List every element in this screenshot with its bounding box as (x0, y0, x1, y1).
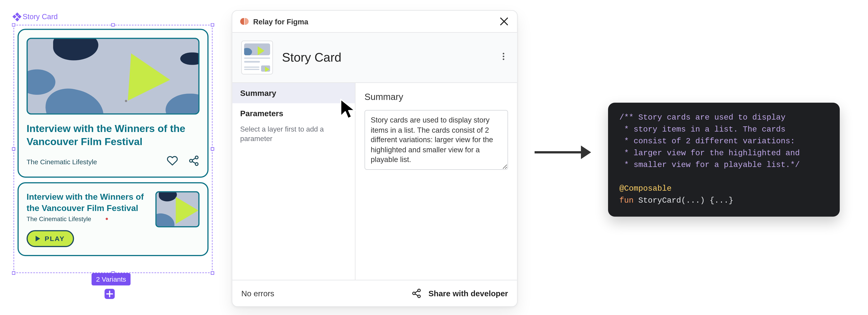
arrow-icon (535, 145, 591, 159)
svg-line-4 (192, 158, 195, 160)
svg-line-11 (415, 294, 418, 296)
selection-handle[interactable] (211, 272, 214, 275)
panel-component-title: Story Card (282, 50, 490, 65)
hero-image-large (27, 38, 199, 115)
selection-handle[interactable] (12, 23, 16, 27)
summary-textarea[interactable]: Story cards are used to display story it… (365, 110, 508, 170)
content-heading: Summary (365, 92, 508, 102)
story-card-subtitle: The Cinematic Lifestyle (27, 158, 97, 166)
play-button[interactable]: PLAY (27, 230, 74, 247)
hero-image-small (156, 191, 199, 228)
panel-header: Relay for Figma (232, 11, 517, 33)
close-icon[interactable] (499, 16, 509, 27)
indicator-dot (106, 218, 108, 220)
panel-footer: No errors Share with developer (232, 280, 517, 307)
panel-sidebar: Summary Parameters Select a layer first … (232, 83, 355, 280)
code-comment-line: /** Story cards are used to display (619, 113, 785, 122)
share-icon (411, 288, 422, 299)
code-comment-line: * larger view for the highlighted and (619, 148, 800, 158)
share-label: Share with developer (428, 289, 508, 298)
selection-handle[interactable] (112, 23, 115, 27)
story-card-large-variant[interactable]: Interview with the Winners of the Vancou… (18, 29, 209, 178)
variants-badge[interactable]: 2 Variants (92, 273, 131, 285)
tab-summary[interactable]: Summary (232, 83, 355, 103)
play-icon (36, 236, 40, 241)
code-comment-line: * story items in a list. The cards (619, 125, 785, 134)
status-text: No errors (241, 289, 274, 298)
story-card-title: Interview with the Winners of the Vancou… (27, 123, 199, 148)
share-with-developer-button[interactable]: Share with developer (411, 288, 508, 299)
code-comment-line: * consist of 2 different variations: (619, 137, 795, 145)
story-card-title: Interview with the Winners of the Vancou… (27, 191, 149, 213)
story-card-subtitle: The Cinematic Lifestyle (27, 215, 91, 222)
code-annotation: @Composable (619, 184, 672, 193)
svg-point-6 (503, 56, 504, 57)
svg-point-5 (503, 53, 504, 55)
component-label-text: Story Card (23, 12, 58, 21)
relay-panel: Relay for Figma Story Card (232, 10, 518, 307)
more-icon[interactable] (499, 52, 508, 63)
add-variant-button[interactable] (105, 289, 115, 299)
figma-component-label[interactable]: Story Card (13, 12, 58, 21)
panel-brand: Relay for Figma (240, 17, 308, 26)
play-button-label: PLAY (45, 235, 65, 243)
relay-logo-icon (240, 18, 249, 25)
svg-line-12 (415, 291, 418, 293)
play-icon (176, 197, 198, 224)
like-icon[interactable] (167, 155, 178, 169)
code-keyword: fun (619, 196, 633, 205)
panel-brand-label: Relay for Figma (253, 17, 308, 26)
selection-handle[interactable] (211, 23, 214, 27)
selection-handle[interactable] (12, 272, 16, 275)
svg-line-3 (192, 162, 195, 163)
component-thumbnail (241, 41, 273, 74)
component-icon (13, 13, 20, 20)
code-signature-tail: (...) {...} (681, 196, 733, 205)
figma-component-frame[interactable]: Interview with the Winners of the Vancou… (13, 25, 213, 273)
code-comment-line: * smaller view for a playable list.*/ (619, 160, 800, 169)
code-function-name: StoryCard (638, 196, 681, 205)
code-output-block: /** Story cards are used to display * st… (608, 103, 840, 217)
svg-point-7 (503, 59, 504, 60)
tab-parameters[interactable]: Parameters (232, 103, 355, 124)
play-icon (128, 53, 172, 103)
panel-component-row: Story Card (232, 33, 517, 83)
story-card-small-variant[interactable]: Interview with the Winners of the Vancou… (18, 182, 209, 256)
parameters-hint: Select a layer first to add a parameter (232, 124, 355, 149)
share-icon[interactable] (188, 155, 199, 169)
panel-content: Summary Story cards are used to display … (355, 83, 517, 280)
selection-handle[interactable] (12, 147, 16, 151)
selection-handle[interactable] (211, 147, 214, 151)
